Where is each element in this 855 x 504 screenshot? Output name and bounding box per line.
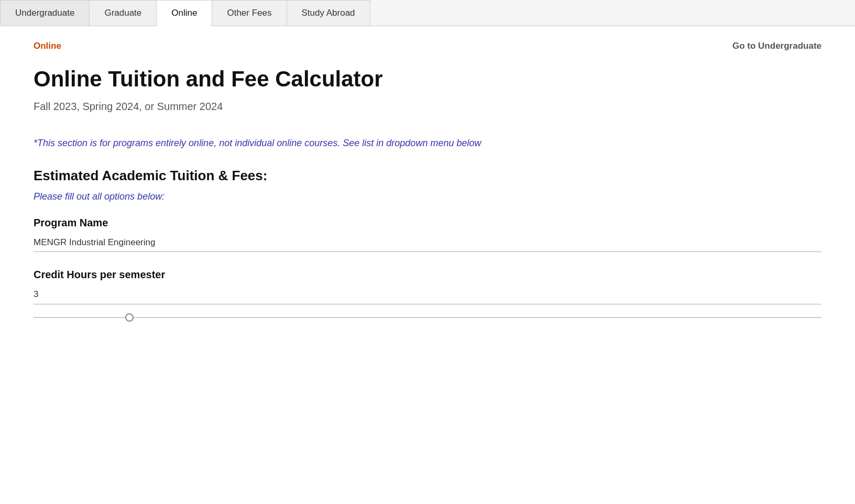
tab-study-abroad[interactable]: Study Abroad (287, 0, 370, 26)
tab-other-fees[interactable]: Other Fees (212, 0, 287, 26)
page-subtitle: Fall 2023, Spring 2024, or Summer 2024 (34, 101, 821, 113)
tab-graduate[interactable]: Graduate (90, 0, 157, 26)
credit-hours-label: Credit Hours per semester (34, 269, 821, 281)
page-title: Online Tuition and Fee Calculator (34, 66, 821, 92)
credit-hours-value: 3 (34, 285, 821, 304)
program-name-label: Program Name (34, 217, 821, 229)
section-label: Online (34, 41, 61, 51)
program-name-field-group: Program Name MENGR Industrial Engineerin… (34, 217, 821, 252)
estimated-section-title: Estimated Academic Tuition & Fees: (34, 168, 821, 184)
tab-bar: Undergraduate Graduate Online Other Fees… (0, 0, 855, 26)
program-name-input[interactable]: MENGR Industrial Engineering (34, 233, 821, 252)
go-to-undergraduate-link[interactable]: Go to Undergraduate (732, 41, 821, 51)
page-header: Online Go to Undergraduate (0, 26, 855, 58)
tab-undergraduate[interactable]: Undergraduate (0, 0, 90, 26)
credit-hours-slider[interactable] (34, 317, 821, 318)
credit-hours-field-group: Credit Hours per semester 3 (34, 269, 821, 320)
fill-out-label: Please fill out all options below: (34, 191, 821, 202)
tab-online[interactable]: Online (157, 0, 212, 26)
main-content: Online Tuition and Fee Calculator Fall 2… (0, 58, 855, 358)
notice-text: *This section is for programs entirely o… (34, 138, 821, 149)
